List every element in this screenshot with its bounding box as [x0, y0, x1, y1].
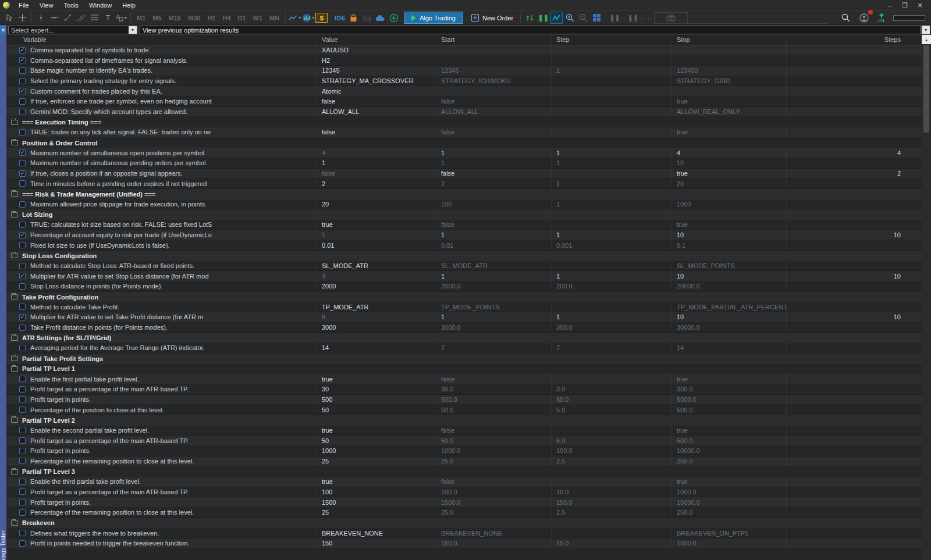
drag-handle[interactable]: ⁞⁞ — [648, 15, 652, 21]
param-checkbox[interactable] — [19, 242, 26, 248]
start-cell[interactable] — [436, 55, 552, 65]
value-cell[interactable]: SL_MODE_ATR — [317, 261, 436, 271]
value-cell[interactable]: ALLOW_ALL — [317, 107, 436, 117]
param-row[interactable]: Enable the second partial take profit le… — [6, 426, 922, 436]
param-row[interactable]: Percentage of the position to close at t… — [6, 405, 922, 415]
signals-icon[interactable]: (o) — [361, 12, 373, 24]
step-cell[interactable]: 3.0 — [552, 384, 672, 394]
timeframe-h4[interactable]: H4 — [219, 15, 234, 22]
stop-cell[interactable]: true — [672, 97, 787, 106]
value-cell[interactable]: 0.01 — [317, 240, 436, 250]
param-row[interactable]: If true, enforces one trade per symbol, … — [6, 97, 922, 107]
group-row[interactable]: Partial TP Level 1 — [6, 364, 922, 374]
tile-horizontal-icon[interactable]: ❚❚→ — [609, 12, 626, 24]
param-row[interactable]: ✓Multiplier for ATR value to set Stop Lo… — [6, 271, 922, 281]
start-cell[interactable]: 1 — [436, 148, 552, 158]
step-cell[interactable]: 1 — [552, 158, 672, 168]
timeframe-m30[interactable]: M30 — [184, 15, 204, 22]
start-cell[interactable]: 1 — [436, 271, 552, 281]
param-row[interactable]: Time in minutes before a pending order e… — [6, 179, 922, 189]
chevron-down-icon[interactable]: ▾ — [129, 26, 137, 34]
value-cell[interactable]: H2 — [317, 55, 436, 65]
stop-cell[interactable]: 0.1 — [672, 240, 787, 250]
value-cell[interactable]: 2000 — [317, 281, 436, 291]
param-checkbox[interactable]: ✓ — [19, 314, 26, 320]
group-row[interactable]: === Risk & Trade Management (Unified) ==… — [6, 189, 922, 199]
step-cell[interactable]: 150.0 — [552, 497, 672, 507]
param-checkbox[interactable]: ✓ — [19, 57, 26, 63]
level-icon[interactable]: LVL — [876, 12, 888, 24]
param-row[interactable]: Profit in points needed to trigger the b… — [6, 538, 922, 549]
menu-help[interactable]: Help — [117, 1, 141, 10]
pause-bars-icon[interactable]: ❚❚ — [537, 12, 549, 24]
start-cell[interactable]: false — [436, 169, 552, 179]
param-row[interactable]: Profit target as a percentage of the mai… — [6, 487, 922, 498]
param-checkbox[interactable] — [19, 386, 26, 393]
stop-cell[interactable]: 123450 — [672, 66, 787, 76]
value-cell[interactable]: STRATEGY_MA_CROSSOVER — [317, 76, 436, 86]
param-checkbox[interactable]: ✓ — [19, 170, 26, 177]
param-row[interactable]: ✓Custom comment for trades placed by thi… — [6, 86, 922, 97]
param-row[interactable]: Percentage of the remaining position to … — [6, 456, 922, 467]
start-cell[interactable]: 7 — [436, 343, 552, 353]
value-cell[interactable]: 1500 — [317, 497, 436, 507]
param-checkbox[interactable] — [19, 222, 26, 228]
step-cell[interactable]: 1 — [552, 271, 672, 281]
start-cell[interactable]: false — [436, 374, 552, 384]
param-row[interactable]: TRUE: trades on any tick after signal. F… — [6, 127, 922, 138]
param-row[interactable]: Profit target as a percentage of the mai… — [6, 384, 922, 395]
step-cell[interactable] — [552, 220, 672, 230]
stop-cell[interactable]: SL_MODE_POINTS — [672, 261, 787, 271]
stop-cell[interactable]: 4 — [672, 148, 787, 158]
zoom-out-icon[interactable] — [577, 12, 589, 24]
value-cell[interactable]: 12345 — [317, 66, 436, 76]
start-cell[interactable]: 500.0 — [436, 395, 552, 405]
param-row[interactable]: Profit target as a percentage of the mai… — [6, 436, 922, 446]
menu-window[interactable]: Window — [84, 1, 117, 10]
stop-cell[interactable]: 250.0 — [672, 508, 787, 518]
panel-close-button[interactable]: ✕ — [0, 25, 6, 35]
value-cell[interactable]: TP_MODE_ATR — [317, 302, 436, 312]
param-row[interactable]: Take Profit distance in points (for Poin… — [6, 323, 922, 333]
param-row[interactable]: Percentage of the remaining position to … — [6, 508, 922, 518]
stop-cell[interactable]: 500.0 — [672, 405, 787, 415]
step-cell[interactable] — [552, 45, 672, 55]
stop-cell[interactable]: 10 — [672, 158, 787, 168]
step-cell[interactable]: 0.001 — [552, 240, 672, 250]
step-cell[interactable]: 10.0 — [552, 487, 672, 497]
step-cell[interactable] — [552, 76, 672, 86]
stop-cell[interactable]: 10 — [672, 230, 787, 240]
search-icon[interactable] — [840, 12, 852, 24]
fibonacci-icon[interactable] — [88, 12, 101, 24]
value-cell[interactable]: true — [317, 220, 436, 230]
param-checkbox[interactable] — [19, 160, 26, 166]
horizontal-line-icon[interactable] — [48, 12, 61, 24]
param-row[interactable]: Method to calculate Take Profit.TP_MODE_… — [6, 302, 922, 312]
value-cell[interactable]: 4 — [317, 271, 436, 281]
start-cell[interactable]: STRATEGY_ICHIMOKU — [436, 76, 552, 86]
param-row[interactable]: Profit target in points.15001500.0150.01… — [6, 497, 922, 508]
param-checkbox[interactable] — [19, 376, 26, 382]
stop-cell[interactable] — [672, 45, 787, 55]
value-cell[interactable]: 25 — [317, 508, 436, 518]
value-cell[interactable]: true — [317, 426, 436, 436]
start-cell[interactable]: 25.0 — [436, 508, 552, 518]
text-tool-icon[interactable]: T — [102, 12, 114, 24]
step-cell[interactable]: 5.0 — [552, 405, 672, 415]
stop-cell[interactable]: 1500.0 — [672, 538, 787, 548]
param-checkbox[interactable] — [19, 499, 26, 505]
new-order-button[interactable]: + New Order — [467, 12, 518, 24]
timeframe-mn[interactable]: MN — [266, 15, 283, 22]
param-row[interactable]: Base magic number to identify EA's trade… — [6, 66, 922, 76]
start-cell[interactable]: 1 — [436, 230, 552, 240]
timeframe-m15[interactable]: M15 — [165, 15, 184, 22]
step-cell[interactable]: 1 — [552, 148, 672, 158]
start-cell[interactable]: 0.01 — [436, 240, 552, 250]
value-cell[interactable]: true — [317, 477, 436, 487]
start-cell[interactable]: false — [436, 220, 552, 230]
stop-cell[interactable]: STRATEGY_GRID — [672, 76, 787, 86]
group-row[interactable]: Partial TP Level 2 — [6, 415, 922, 426]
param-row[interactable]: Maximum allowed price slippage for trade… — [6, 199, 922, 210]
tile-vertical-icon[interactable]: ❚❚← — [628, 12, 645, 24]
close-button[interactable]: ✕ — [912, 1, 928, 10]
